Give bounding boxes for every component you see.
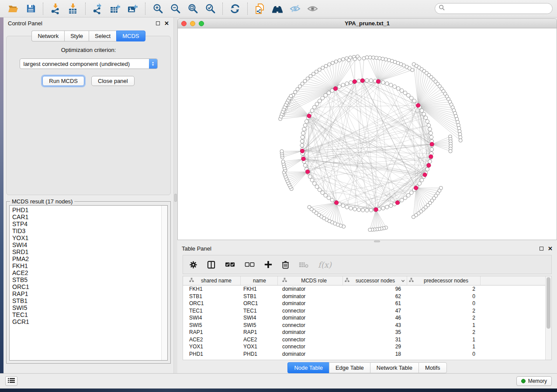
network-node[interactable] (365, 55, 369, 59)
network-node[interactable] (303, 79, 307, 83)
float-panel-icon[interactable] (540, 247, 543, 251)
cell-successor-nodes[interactable]: 61 (343, 300, 407, 306)
network-node[interactable] (296, 87, 299, 91)
tab-edge-table[interactable]: Edge Table (329, 362, 370, 373)
network-hub-node[interactable] (416, 103, 420, 107)
copy-style-button[interactable] (251, 2, 269, 16)
network-node[interactable] (368, 56, 372, 59)
network-node[interactable] (353, 57, 356, 61)
network-node[interactable] (308, 206, 311, 209)
network-node[interactable] (330, 198, 334, 202)
network-node[interactable] (349, 206, 353, 210)
zoom-fit-button[interactable] (184, 2, 201, 16)
network-node[interactable] (389, 204, 393, 208)
search-input[interactable] (447, 5, 549, 12)
network-canvas[interactable] (178, 28, 557, 240)
list-item[interactable]: CAR1 (12, 213, 161, 220)
tab-motifs[interactable]: Motifs (419, 362, 447, 373)
network-node[interactable] (312, 182, 316, 186)
cell-name[interactable]: ACE2 (241, 337, 278, 343)
list-item[interactable]: GCR1 (12, 318, 161, 325)
network-node[interactable] (420, 109, 424, 113)
table-row[interactable]: PHD1PHD1dominator180 (183, 351, 545, 358)
tab-style[interactable]: Style (64, 31, 89, 41)
list-scrollbar[interactable] (161, 206, 167, 360)
network-node[interactable] (353, 207, 357, 211)
list-item[interactable]: TID3 (12, 227, 161, 234)
cell-mcds-role[interactable]: connector (278, 344, 343, 350)
network-node[interactable] (331, 61, 334, 65)
column-header-name[interactable]: name (241, 276, 278, 285)
network-hub-node[interactable] (423, 173, 427, 177)
cell-successor-nodes[interactable]: 47 (343, 308, 407, 314)
network-node[interactable] (334, 60, 338, 63)
cell-successor-nodes[interactable]: 35 (343, 329, 407, 335)
splitter-handle[interactable] (374, 241, 380, 242)
network-node[interactable] (327, 196, 331, 200)
network-hub-node[interactable] (427, 163, 431, 167)
network-node[interactable] (406, 193, 410, 197)
column-header-predecessor-nodes[interactable]: predecessor nodes (407, 276, 481, 285)
table-row[interactable]: STB1STB1dominator620 (183, 293, 545, 300)
list-item[interactable]: PMA2 (12, 255, 161, 262)
network-node[interactable] (420, 178, 424, 182)
cell-predecessor-nodes[interactable]: 2 (407, 329, 481, 335)
horizontal-splitter[interactable] (177, 240, 557, 243)
table-row[interactable]: RAP1RAP1dominator352 (183, 329, 545, 336)
network-node[interactable] (318, 68, 321, 72)
table-scrollbar[interactable] (545, 276, 551, 360)
network-node[interactable] (369, 79, 373, 83)
task-history-button[interactable] (5, 376, 17, 386)
memory-button[interactable]: Memory (516, 376, 552, 386)
network-node[interactable] (429, 131, 433, 135)
open-session-button[interactable] (4, 2, 22, 16)
cell-name[interactable]: RAP1 (241, 329, 278, 335)
list-item[interactable]: STP4 (12, 220, 161, 227)
cell-predecessor-nodes[interactable]: 1 (407, 337, 481, 343)
export-network-button[interactable] (89, 2, 107, 16)
list-item[interactable]: ORC1 (12, 283, 161, 290)
network-node[interactable] (365, 79, 369, 83)
network-node[interactable] (393, 85, 397, 89)
network-node[interactable] (289, 94, 293, 98)
export-image-button[interactable] (124, 2, 142, 16)
network-node[interactable] (328, 63, 331, 66)
network-hub-node[interactable] (307, 114, 311, 118)
column-header-mcds-role[interactable]: MCDS role (278, 276, 343, 285)
network-node[interactable] (381, 57, 384, 61)
network-node[interactable] (385, 82, 389, 86)
network-node[interactable] (430, 148, 434, 151)
network-node[interactable] (345, 205, 349, 209)
cell-successor-nodes[interactable]: 46 (343, 315, 407, 321)
network-hub-node[interactable] (395, 201, 399, 205)
column-header-successor-nodes[interactable]: successor nodes (343, 276, 407, 285)
cell-shared-name[interactable]: PHD1 (183, 351, 241, 357)
zoom-out-button[interactable] (166, 2, 184, 16)
list-item[interactable]: SWI4 (12, 241, 161, 248)
list-item[interactable]: STB1 (12, 297, 161, 304)
network-node[interactable] (315, 185, 319, 189)
list-item[interactable]: FKH1 (12, 262, 161, 269)
cell-shared-name[interactable]: SWI4 (183, 315, 241, 321)
cell-successor-nodes[interactable]: 62 (343, 293, 407, 299)
network-node[interactable] (308, 175, 312, 179)
import-network-button[interactable] (47, 2, 64, 16)
network-node[interactable] (358, 57, 361, 60)
network-node[interactable] (400, 89, 404, 93)
zoom-selected-button[interactable] (201, 2, 219, 16)
network-node[interactable] (361, 208, 365, 212)
tab-node-table[interactable]: Node Table (287, 362, 329, 373)
network-node[interactable] (324, 193, 328, 197)
table-row[interactable]: FKH1FKH1dominator962 (183, 285, 545, 293)
splitter-handle[interactable] (174, 194, 177, 202)
network-node[interactable] (305, 120, 309, 124)
network-node[interactable] (400, 198, 404, 202)
vertical-splitter[interactable] (174, 17, 177, 373)
cell-predecessor-nodes[interactable]: 0 (407, 300, 481, 306)
network-node[interactable] (324, 93, 328, 97)
network-node[interactable] (321, 191, 325, 195)
list-item[interactable]: PHD1 (12, 206, 161, 213)
network-node[interactable] (449, 149, 452, 153)
cell-mcds-role[interactable]: dominator (278, 300, 343, 306)
cell-predecessor-nodes[interactable]: 2 (407, 286, 481, 292)
